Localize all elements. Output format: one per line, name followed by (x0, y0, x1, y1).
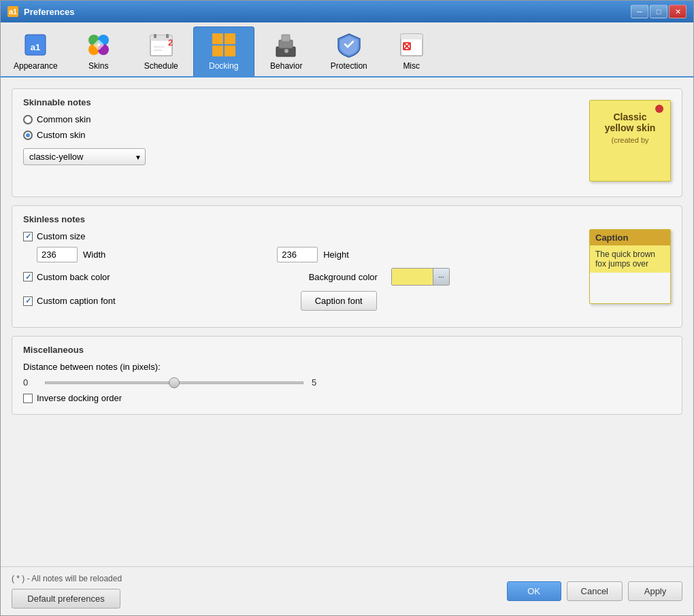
tab-protection[interactable]: Protection (318, 27, 380, 76)
title-buttons: ─ □ ✕ (631, 5, 687, 18)
svg-rect-8 (154, 34, 156, 38)
ok-button[interactable]: OK (507, 581, 561, 601)
custom-size-label: Custom size (37, 231, 86, 241)
bottom-bar: ( * ) - All notes will be reloaded Defau… (1, 566, 693, 615)
miscellaneous-section: Miscellaneous Distance between notes (in… (12, 336, 682, 415)
svg-rect-13 (212, 33, 223, 44)
skinless-notes-section: Skinless notes Custom size Width Height (12, 205, 682, 328)
custom-size-checkbox[interactable]: Custom size (23, 231, 671, 241)
caption-preview-header: Caption (590, 230, 670, 245)
cancel-button[interactable]: Cancel (567, 581, 623, 601)
docking-icon (210, 31, 237, 58)
custom-skin-radio[interactable]: Custom skin (23, 130, 671, 140)
width-group: Width (37, 247, 105, 262)
custom-back-color-checkbox[interactable]: Custom back color (23, 272, 110, 282)
common-skin-radio[interactable]: Common skin (23, 114, 671, 124)
default-preferences-button[interactable]: Default preferences (12, 589, 120, 609)
footer-left: ( * ) - All notes will be reloaded Defau… (12, 574, 122, 609)
apply-button[interactable]: Apply (628, 581, 682, 601)
tab-docking[interactable]: Docking (193, 27, 254, 76)
tab-misc-label: Misc (403, 61, 420, 71)
slider-max-label: 5 (312, 377, 325, 388)
skinnable-notes-section: Skinnable notes Common skin Custom skin … (12, 88, 682, 197)
skin-radio-group: Common skin Custom skin (23, 114, 671, 140)
height-label: Height (323, 250, 349, 260)
tab-skins[interactable]: Skins (68, 27, 129, 76)
skin-preview-text: Classicyellow skin (605, 112, 656, 133)
tab-protection-label: Protection (331, 61, 367, 71)
title-bar: a1 Preferences ─ □ ✕ (1, 1, 693, 22)
tab-behavior[interactable]: Behavior (256, 27, 317, 76)
schedule-icon: 2 (148, 31, 175, 58)
window-title: Preferences (24, 7, 74, 17)
custom-caption-font-label: Custom caption font (37, 296, 116, 306)
slider-min-label: 0 (23, 377, 37, 388)
close-button[interactable]: ✕ (669, 5, 687, 18)
svg-rect-16 (225, 46, 235, 56)
custom-back-color-box (23, 272, 33, 281)
custom-size-box (23, 232, 33, 241)
svg-text:2: 2 (168, 37, 173, 48)
tab-skins-label: Skins (88, 61, 108, 71)
title-bar-left: a1 Preferences (7, 6, 74, 17)
tab-appearance[interactable]: a1 Appearance (5, 27, 67, 76)
custom-skin-label: Custom skin (37, 130, 86, 140)
miscellaneous-title: Miscellaneous (23, 345, 671, 355)
custom-back-color-label: Custom back color (37, 272, 110, 282)
preferences-window: a1 Preferences ─ □ ✕ a1 Appearance (0, 0, 694, 616)
restore-button[interactable]: □ (650, 5, 667, 18)
tab-schedule-label: Schedule (144, 61, 178, 71)
slider-row: 0 5 (23, 377, 671, 388)
app-icon: a1 (7, 6, 18, 17)
caption-font-button[interactable]: Caption font (301, 291, 377, 311)
tab-docking-label: Docking (209, 61, 238, 71)
custom-skin-circle (23, 131, 33, 140)
tab-schedule[interactable]: 2 Schedule (131, 27, 192, 76)
color-swatch (392, 269, 433, 285)
width-input[interactable] (37, 247, 78, 262)
svg-rect-14 (225, 33, 235, 44)
back-color-row: Custom back color Background color ··· (23, 268, 671, 286)
caption-preview: Caption The quick brown fox jumps over (589, 229, 671, 304)
color-swatch-container: ··· (391, 268, 450, 286)
custom-caption-font-checkbox[interactable]: Custom caption font (23, 296, 116, 306)
behavior-icon (273, 31, 300, 58)
minimize-button[interactable]: ─ (631, 5, 648, 18)
svg-text:a1: a1 (31, 42, 40, 52)
misc-icon (398, 31, 425, 58)
background-color-label: Background color (309, 272, 378, 282)
caption-font-row: Custom caption font Caption font (23, 291, 671, 311)
distance-label: Distance between notes (in pixels): (23, 362, 671, 372)
skinless-notes-title: Skinless notes (23, 214, 671, 224)
distance-slider[interactable] (45, 381, 303, 384)
skin-preview: Classicyellow skin (created by (589, 100, 671, 182)
height-input[interactable] (277, 247, 318, 262)
common-skin-label: Common skin (37, 114, 90, 124)
appearance-icon: a1 (22, 31, 49, 58)
caption-preview-body: The quick brown fox jumps over (590, 245, 670, 273)
svg-rect-15 (212, 46, 223, 56)
skin-dropdown-container[interactable]: classic-yellow classic-blue classic-gree… (23, 148, 146, 165)
common-skin-circle (23, 115, 33, 124)
tab-misc[interactable]: Misc (381, 27, 442, 76)
svg-rect-19 (282, 35, 290, 41)
pin-icon (655, 105, 663, 113)
skins-icon (85, 31, 112, 58)
custom-caption-font-box (23, 296, 33, 306)
width-label: Width (83, 250, 105, 260)
tab-behavior-label: Behavior (270, 61, 302, 71)
skinnable-notes-title: Skinnable notes (23, 97, 671, 107)
skin-dropdown[interactable]: classic-yellow classic-blue classic-gree… (23, 148, 146, 165)
svg-point-20 (284, 49, 288, 53)
footer-buttons: OK Cancel Apply (507, 581, 682, 601)
inverse-order-box (23, 394, 33, 403)
height-group: Height (277, 247, 349, 262)
svg-rect-22 (401, 34, 423, 39)
size-row: Width Height (37, 247, 671, 262)
skin-preview-sub: (created by (611, 136, 648, 144)
inverse-order-checkbox[interactable]: Inverse docking order (23, 393, 671, 403)
skin-dropdown-row: classic-yellow classic-blue classic-gree… (23, 148, 671, 165)
color-picker-button[interactable]: ··· (433, 269, 449, 285)
tab-appearance-label: Appearance (14, 61, 58, 71)
main-content: Skinnable notes Common skin Custom skin … (1, 78, 693, 566)
